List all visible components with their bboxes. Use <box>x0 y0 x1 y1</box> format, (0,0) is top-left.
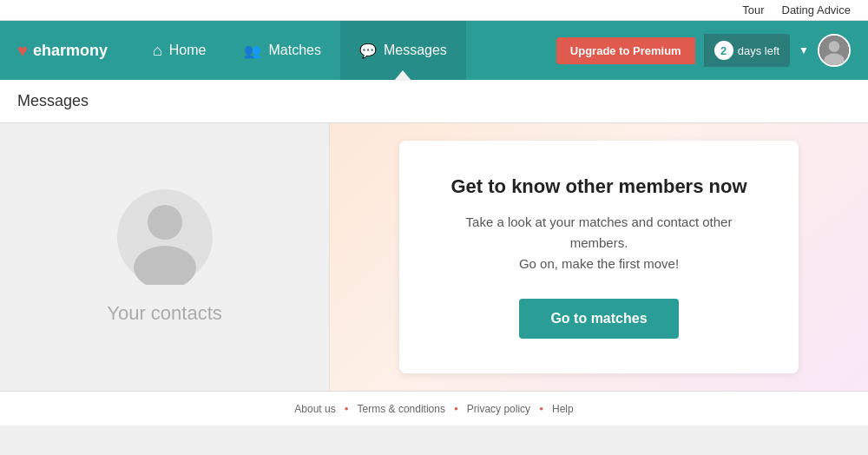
days-number: 2 <box>714 41 733 60</box>
messages-caret <box>394 70 411 81</box>
right-panel: Get to know other members now Take a loo… <box>330 123 868 391</box>
dropdown-arrow[interactable]: ▼ <box>799 44 809 56</box>
matches-icon <box>244 43 261 59</box>
upgrade-button[interactable]: Upgrade to Premium <box>556 37 695 64</box>
footer: About us ● Terms & conditions ● Privacy … <box>0 391 868 425</box>
promo-text: Take a look at your matches and contact … <box>443 212 755 274</box>
logo-text: eharmony <box>33 42 108 60</box>
messages-nav-link[interactable]: Messages <box>340 21 466 80</box>
tour-link[interactable]: Tour <box>742 3 764 16</box>
nav-bar: ♥ eharmony Home Matches Messages Upgrade… <box>0 21 868 80</box>
messages-label: Messages <box>384 43 447 58</box>
heart-icon: ♥ <box>17 41 28 61</box>
svg-point-4 <box>148 205 182 240</box>
promo-text-line1: Take a look at your matches and contact … <box>466 214 733 250</box>
privacy-link[interactable]: Privacy policy <box>467 403 530 415</box>
main-layout: Your contacts Get to know other members … <box>0 123 868 391</box>
messages-header: Messages <box>0 80 868 123</box>
top-utility-bar: Tour Dating Advice <box>0 0 868 21</box>
go-to-matches-button[interactable]: Go to matches <box>519 299 678 339</box>
messages-header-title: Messages <box>17 92 89 110</box>
matches-label: Matches <box>268 43 320 58</box>
promo-title: Get to know other members now <box>443 175 755 198</box>
home-icon <box>153 42 162 60</box>
terms-link[interactable]: Terms & conditions <box>358 403 445 415</box>
days-label: days left <box>738 44 779 57</box>
messages-icon <box>359 43 377 59</box>
footer-dot-1: ● <box>345 405 349 412</box>
contacts-label: Your contacts <box>107 302 222 325</box>
footer-dot-2: ● <box>454 405 458 412</box>
promo-card: Get to know other members now Take a loo… <box>399 141 799 373</box>
days-left-badge: 2 days left <box>704 34 790 67</box>
contacts-panel: Your contacts <box>0 123 330 391</box>
home-label: Home <box>169 43 207 58</box>
contact-avatar-placeholder <box>117 189 213 285</box>
svg-point-1 <box>829 41 840 52</box>
avatar[interactable] <box>818 34 851 67</box>
home-nav-link[interactable]: Home <box>134 21 226 80</box>
matches-nav-link[interactable]: Matches <box>225 21 339 80</box>
nav-right: Upgrade to Premium 2 days left ▼ <box>556 34 851 67</box>
dating-advice-link[interactable]: Dating Advice <box>782 3 852 16</box>
help-link[interactable]: Help <box>552 403 574 415</box>
about-us-link[interactable]: About us <box>294 403 335 415</box>
promo-text-line2: Go on, make the first move! <box>519 256 679 271</box>
nav-links: Home Matches Messages <box>134 21 556 80</box>
footer-dot-3: ● <box>539 405 543 412</box>
logo: ♥ eharmony <box>17 41 108 61</box>
